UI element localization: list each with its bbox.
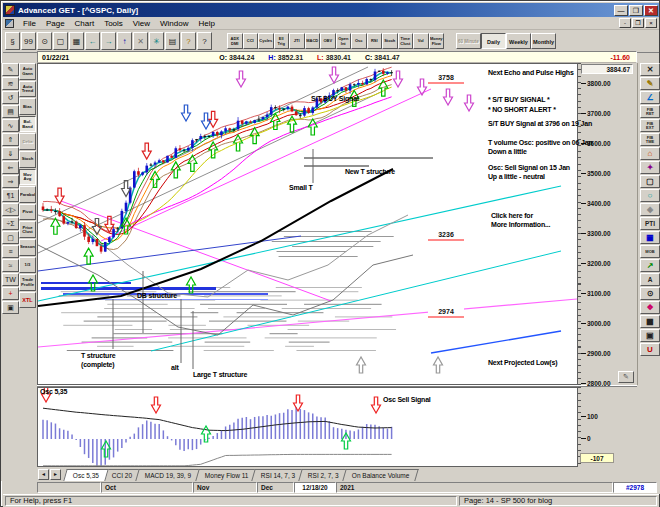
profit-taking-icon[interactable]: ↗ xyxy=(640,259,660,272)
refresh-icon[interactable]: ✳ xyxy=(149,32,164,50)
child-restore-button[interactable]: ❐ xyxy=(632,18,644,28)
gann-tool-icon[interactable]: ⌂ xyxy=(640,147,660,160)
study-adx-dmi[interactable]: ADX DMI xyxy=(227,33,243,49)
sidebar-button-price-clust[interactable]: Price Clust xyxy=(19,221,36,238)
new-chart-icon[interactable]: ▢ xyxy=(53,32,68,50)
menu-page[interactable]: Page xyxy=(41,19,70,28)
tab-scroll-right[interactable]: ► xyxy=(50,469,61,480)
study-jti[interactable]: JTI xyxy=(289,33,305,49)
box-tool-icon[interactable]: ▢ xyxy=(2,231,19,244)
sidebar-button-delta[interactable]: Delta xyxy=(19,133,36,150)
elliott-waves-icon[interactable]: ∿ xyxy=(2,119,19,132)
tab-money-flow[interactable]: Money Flow 11 xyxy=(195,469,258,481)
expansion-fan-icon[interactable]: ✦ xyxy=(640,161,660,174)
zoom-tool-icon[interactable]: ⊙ xyxy=(640,287,660,300)
study-elliott-trigger[interactable]: Ell Trig xyxy=(274,33,290,49)
studies-icon[interactable]: ▤ xyxy=(2,105,19,118)
undo-button[interactable]: U xyxy=(640,343,660,356)
pti-button[interactable]: PTI xyxy=(640,217,660,230)
previous-chart-icon[interactable]: ← xyxy=(85,32,100,50)
study-obv[interactable]: OBV xyxy=(320,33,336,49)
bar-type-icon[interactable]: ¶1 xyxy=(2,189,19,202)
study-time-clusters[interactable]: Time Clust xyxy=(398,33,414,49)
help-icon[interactable]: ? xyxy=(181,32,196,50)
menu-help[interactable]: Help xyxy=(193,19,219,28)
sidebar-button-stoch[interactable]: Stoch xyxy=(19,151,36,168)
pencil-tool-icon[interactable]: ✎ xyxy=(640,77,660,90)
sidebar-button-trade-profile[interactable]: Trade Profile xyxy=(19,274,36,291)
ellipse-tool-icon[interactable]: ○ xyxy=(640,189,660,202)
context-help-icon[interactable]: ? xyxy=(197,32,212,50)
scroll-left-icon[interactable]: ⇐ xyxy=(2,161,19,174)
formula-icon[interactable]: ÷Σ xyxy=(2,217,19,230)
study-oscillator[interactable]: Osc xyxy=(351,33,367,49)
study-stochastics[interactable]: Stoch xyxy=(382,33,398,49)
clip-tool-icon[interactable]: § xyxy=(5,32,20,50)
timeframe-weekly[interactable]: Weekly xyxy=(506,33,531,49)
scroll-up-icon[interactable]: ⇑ xyxy=(2,133,19,146)
study-cci[interactable]: CCI xyxy=(243,33,259,49)
window-minimize-button[interactable]: — xyxy=(614,5,628,16)
tab-rsi-2[interactable]: RSI 2, 7, 3 xyxy=(299,469,349,481)
rectangle-tool-icon[interactable]: ▢ xyxy=(640,175,660,188)
study-macd[interactable]: MACD xyxy=(305,33,321,49)
new-window-icon[interactable]: ▣ xyxy=(2,301,19,314)
send-chart-icon[interactable]: ↑ xyxy=(117,32,132,50)
child-minimize-button[interactable]: - xyxy=(619,18,631,28)
sidebar-button-pivot[interactable]: Pivot xyxy=(19,204,36,221)
study-money-flow[interactable]: Money Flow xyxy=(429,33,445,49)
sidebar-button-bias[interactable]: Bias xyxy=(19,98,36,115)
tab-osc[interactable]: Osc 5,35 xyxy=(63,469,108,481)
quote-page-icon[interactable]: 99 xyxy=(21,32,36,50)
sidebar-button-seasonals[interactable]: Seasonals xyxy=(19,239,36,256)
timeframe-60-minute[interactable]: 60 Minute xyxy=(456,33,481,49)
mob-button[interactable]: MOB xyxy=(640,245,660,258)
menu-tools[interactable]: Tools xyxy=(99,19,128,28)
grid-tool-icon[interactable]: ▦ xyxy=(640,231,660,244)
timeframe-daily[interactable]: Daily xyxy=(481,33,506,49)
oscillator-canvas[interactable] xyxy=(38,388,577,466)
oscillator-axis[interactable]: -107 xyxy=(578,387,638,467)
expert-commentary-icon[interactable]: ≋ xyxy=(2,77,19,90)
text-tool-button[interactable]: A xyxy=(640,273,660,286)
delete-drawing-icon[interactable]: ✕ xyxy=(640,63,660,76)
tab-macd[interactable]: MACD 19, 39, 9 xyxy=(136,469,202,481)
portfolio-icon[interactable]: ▦ xyxy=(69,32,84,50)
next-chart-icon[interactable]: → xyxy=(101,32,116,50)
study-volume[interactable]: Vol xyxy=(413,33,429,49)
study-rsi[interactable]: RSI xyxy=(367,33,383,49)
title-bar[interactable]: Advanced GET - [^GSPC, Daily] —❐✕ xyxy=(3,3,659,17)
sidebar-button-bol-band[interactable]: Bol. Band xyxy=(19,116,36,133)
child-close-button[interactable]: × xyxy=(645,18,657,28)
tab-obv[interactable]: On Balance Volume xyxy=(342,469,419,481)
menu-window[interactable]: Window xyxy=(155,19,193,28)
menu-file[interactable]: File xyxy=(18,19,41,28)
study-open-interest[interactable]: Open Int xyxy=(336,33,352,49)
sidebar-button-xtl[interactable]: XTL xyxy=(19,292,36,309)
window-close-button[interactable]: ✕ xyxy=(644,5,658,16)
print-icon[interactable]: ▤ xyxy=(165,32,180,50)
sidebar-button-one-third[interactable]: 1/3 xyxy=(19,257,36,274)
drawing-tools-icon[interactable]: ✎ xyxy=(2,63,19,76)
timeframe-monthly[interactable]: Monthly xyxy=(531,33,556,49)
fib-time-button[interactable]: FIB TME xyxy=(640,133,660,146)
sidebar-button-mov-avg[interactable]: Mov Avg xyxy=(19,169,36,186)
study-cycles[interactable]: Cycles xyxy=(258,33,274,49)
zoom-icon[interactable]: ⊙ xyxy=(37,32,52,50)
wave-tool-icon[interactable]: ≈ xyxy=(2,259,19,272)
trendline-tool-icon[interactable]: ∠ xyxy=(640,91,660,104)
crosshair-icon[interactable]: + xyxy=(2,287,19,300)
price-chart-canvas[interactable] xyxy=(38,63,577,384)
scroll-right-icon[interactable]: ⇒ xyxy=(2,175,19,188)
fib-retracement-button[interactable]: FIB RET xyxy=(640,105,660,118)
time-window-icon[interactable]: TW xyxy=(2,273,19,286)
quick-reset-icon[interactable]: ↺ xyxy=(2,91,19,104)
expand-compress-icon[interactable]: ◁▷ xyxy=(2,203,19,216)
copy-page-icon[interactable]: ▣ xyxy=(640,329,660,342)
color-palette-icon[interactable]: ❖ xyxy=(640,301,660,314)
tab-scroll-left[interactable]: ◄ xyxy=(38,469,49,480)
regression-tool-icon[interactable]: ◈ xyxy=(640,203,660,216)
axis-settings-icon[interactable]: ✎ xyxy=(618,371,634,383)
tab-rsi-14[interactable]: RSI 14, 7, 3 xyxy=(251,469,305,481)
sidebar-button-parabolic[interactable]: Parabolic xyxy=(19,186,36,203)
